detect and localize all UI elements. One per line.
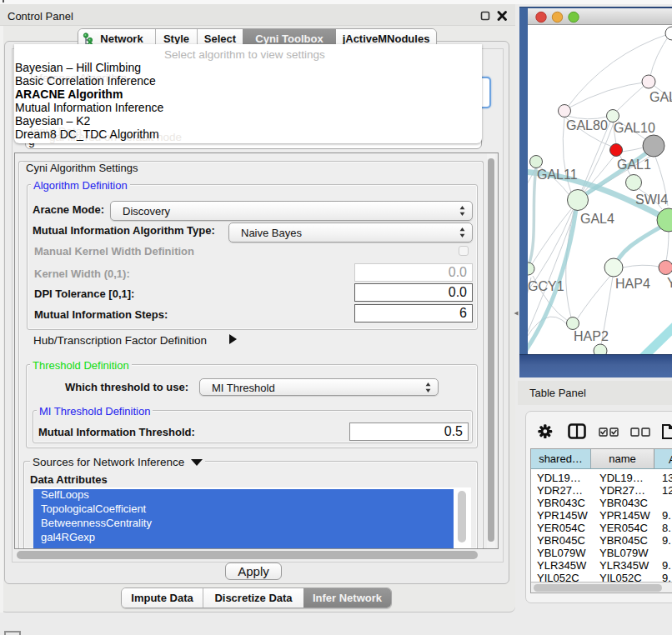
svg-text:GAL10: GAL10 [614,121,655,135]
svg-text:GAL1: GAL1 [617,158,651,172]
svg-text:GAL11: GAL11 [537,168,578,182]
svg-text:SWI4: SWI4 [635,192,668,207]
svg-text:Y: Y [667,276,672,290]
svg-text:GCY1: GCY1 [528,279,564,293]
svg-text:HAP4: HAP4 [615,277,650,291]
svg-text:HAP2: HAP2 [574,329,609,343]
svg-text:GAL80: GAL80 [566,118,608,132]
svg-text:GAL: GAL [649,90,672,104]
svg-text:GAL4: GAL4 [580,212,614,226]
